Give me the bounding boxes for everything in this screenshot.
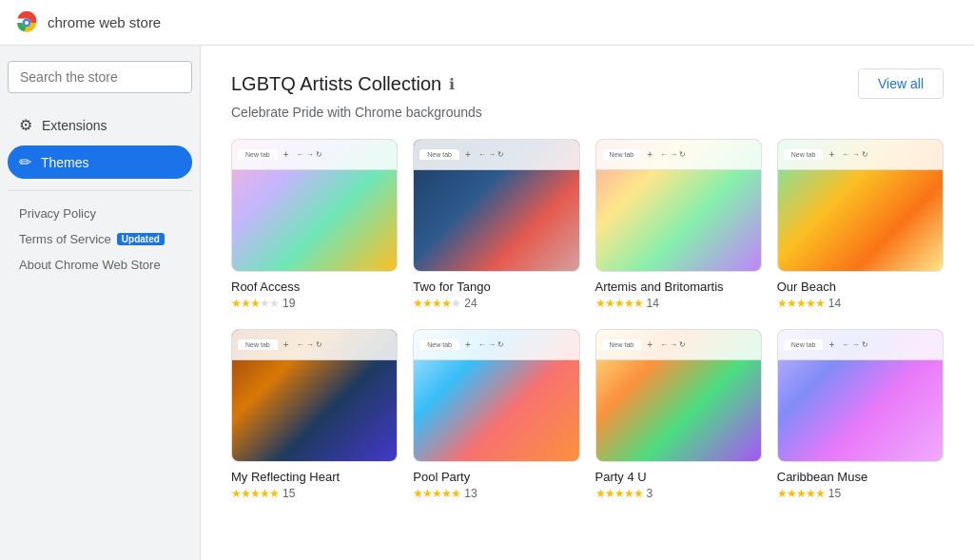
- sidebar-item-themes[interactable]: ✏ Themes: [8, 145, 192, 179]
- star-rating: ★★★★★: [231, 487, 279, 500]
- rating-count: 15: [282, 487, 295, 500]
- theme-thumbnail: New tab + ← → ↻: [595, 139, 762, 272]
- theme-card-caribbean-muse[interactable]: New tab + ← → ↻ Caribbean Muse ★★★★★ 15: [777, 329, 944, 500]
- theme-card-artemis-britomartis[interactable]: New tab + ← → ↻ Artemis and Britomartis …: [595, 139, 762, 310]
- browser-chrome-mock: New tab + ← → ↻: [778, 330, 943, 360]
- plus-icon: +: [283, 149, 289, 160]
- app-title: chrome web store: [48, 14, 161, 30]
- themes-grid: New tab + ← → ↻ Roof Access ★★★★★ 19 New…: [231, 139, 944, 500]
- about-label: About Chrome Web Store: [19, 258, 161, 272]
- theme-thumbnail: New tab + ← → ↻: [413, 139, 579, 272]
- theme-rating: ★★★★★ 19: [231, 297, 398, 310]
- sidebar-divider: [8, 190, 192, 191]
- browser-tab: New tab: [238, 339, 278, 350]
- section-header: LGBTQ Artists Collection ℹ View all: [231, 68, 944, 99]
- plus-icon: +: [465, 149, 471, 160]
- rating-count: 14: [647, 297, 659, 310]
- extensions-icon: ⚙: [19, 116, 32, 134]
- view-all-button[interactable]: View all: [858, 68, 944, 99]
- themes-label: Themes: [41, 155, 89, 170]
- browser-tab: New tab: [419, 149, 459, 160]
- browser-tab: New tab: [602, 149, 642, 160]
- app-header: chrome web store: [0, 0, 974, 46]
- theme-thumbnail: New tab + ← → ↻: [413, 329, 579, 462]
- theme-name: Party 4 U: [595, 470, 762, 484]
- browser-tab: New tab: [784, 339, 824, 350]
- plus-icon: +: [465, 339, 471, 350]
- extensions-label: Extensions: [42, 118, 107, 133]
- browser-chrome-mock: New tab + ← → ↻: [232, 330, 397, 360]
- search-input[interactable]: [8, 61, 192, 93]
- main-content: LGBTQ Artists Collection ℹ View all Cele…: [200, 46, 974, 560]
- theme-thumbnail: New tab + ← → ↻: [777, 139, 944, 272]
- star-rating: ★★★★★: [413, 297, 460, 310]
- theme-name: Artemis and Britomartis: [595, 280, 762, 294]
- browser-controls: ← → ↻: [297, 340, 322, 349]
- theme-card-pool-party[interactable]: New tab + ← → ↻ Pool Party ★★★★★ 13: [413, 329, 579, 500]
- theme-rating: ★★★★★ 14: [777, 297, 944, 310]
- rating-count: 15: [828, 487, 841, 500]
- theme-card-two-for-tango[interactable]: New tab + ← → ↻ Two for Tango ★★★★★ 24: [413, 139, 579, 310]
- terms-of-service-link[interactable]: Terms of Service Updated: [8, 228, 192, 250]
- browser-chrome-mock: New tab + ← → ↻: [232, 140, 397, 170]
- about-link[interactable]: About Chrome Web Store: [8, 254, 192, 276]
- browser-tab: New tab: [419, 339, 459, 350]
- theme-card-our-beach[interactable]: New tab + ← → ↻ Our Beach ★★★★★ 14: [777, 139, 944, 310]
- browser-chrome-mock: New tab + ← → ↻: [414, 330, 578, 360]
- theme-name: Roof Access: [231, 280, 398, 294]
- theme-thumbnail: New tab + ← → ↻: [231, 139, 398, 272]
- theme-rating: ★★★★★ 13: [413, 487, 579, 500]
- browser-tab: New tab: [784, 149, 824, 160]
- browser-chrome-mock: New tab + ← → ↻: [596, 140, 761, 170]
- theme-name: My Reflecting Heart: [231, 470, 398, 484]
- themes-icon: ✏: [19, 153, 31, 171]
- browser-controls: ← → ↻: [660, 150, 686, 159]
- rating-count: 24: [464, 297, 477, 310]
- browser-controls: ← → ↻: [842, 150, 867, 159]
- star-rating: ★★★★★: [777, 487, 825, 500]
- theme-name: Pool Party: [413, 470, 579, 484]
- theme-card-roof-access[interactable]: New tab + ← → ↻ Roof Access ★★★★★ 19: [231, 139, 398, 310]
- theme-name: Our Beach: [777, 280, 944, 294]
- theme-rating: ★★★★★ 15: [231, 487, 398, 500]
- rating-count: 13: [464, 487, 477, 500]
- rating-count: 19: [282, 297, 295, 310]
- browser-controls: ← → ↻: [297, 150, 322, 159]
- browser-controls: ← → ↻: [660, 340, 686, 349]
- sidebar: ⚙ Extensions ✏ Themes Privacy Policy Ter…: [0, 46, 200, 560]
- star-rating: ★★★★★: [595, 487, 643, 500]
- star-rating: ★★★★★: [595, 297, 643, 310]
- theme-thumbnail: New tab + ← → ↻: [231, 329, 398, 462]
- info-icon[interactable]: ℹ: [449, 75, 455, 93]
- browser-chrome-mock: New tab + ← → ↻: [596, 330, 761, 360]
- theme-rating: ★★★★★ 15: [777, 487, 944, 500]
- rating-count: 14: [828, 297, 841, 310]
- star-rating: ★★★★★: [777, 297, 825, 310]
- star-rating: ★★★★★: [413, 487, 460, 500]
- updated-badge: Updated: [117, 233, 165, 245]
- browser-controls: ← → ↻: [842, 340, 867, 349]
- plus-icon: +: [647, 339, 653, 350]
- plus-icon: +: [828, 339, 834, 350]
- section-title-group: LGBTQ Artists Collection ℹ: [231, 73, 455, 95]
- svg-point-2: [25, 21, 29, 25]
- browser-tab: New tab: [238, 149, 278, 160]
- privacy-policy-link[interactable]: Privacy Policy: [8, 203, 192, 224]
- rating-count: 3: [647, 487, 653, 500]
- theme-rating: ★★★★★ 24: [413, 297, 579, 310]
- plus-icon: +: [828, 149, 834, 160]
- privacy-policy-label: Privacy Policy: [19, 206, 96, 221]
- sidebar-item-extensions[interactable]: ⚙ Extensions: [8, 108, 192, 142]
- theme-thumbnail: New tab + ← → ↻: [595, 329, 762, 462]
- browser-tab: New tab: [602, 339, 642, 350]
- browser-chrome-mock: New tab + ← → ↻: [778, 140, 943, 170]
- theme-rating: ★★★★★ 3: [595, 487, 762, 500]
- plus-icon: +: [647, 149, 653, 160]
- terms-of-service-label: Terms of Service: [19, 232, 111, 246]
- theme-card-my-reflecting-heart[interactable]: New tab + ← → ↻ My Reflecting Heart ★★★★…: [231, 329, 398, 500]
- theme-name: Caribbean Muse: [777, 470, 944, 484]
- theme-thumbnail: New tab + ← → ↻: [777, 329, 944, 462]
- browser-chrome-mock: New tab + ← → ↻: [414, 140, 578, 170]
- theme-card-party-4-u[interactable]: New tab + ← → ↻ Party 4 U ★★★★★ 3: [595, 329, 762, 500]
- browser-controls: ← → ↻: [478, 340, 504, 349]
